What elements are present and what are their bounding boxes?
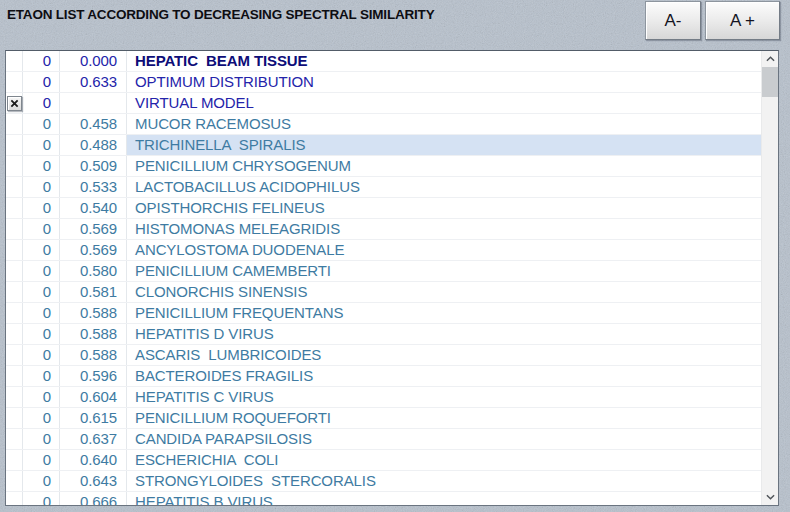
- list-row[interactable]: 0 0.615 PENICILLIUM ROQUEFORTI: [6, 408, 761, 429]
- row-name: PENICILLIUM CAMEMBERTI: [127, 261, 761, 281]
- row-name: CANDIDA PARAPSILOSIS: [127, 429, 761, 449]
- row-similarity-value: 0.488: [60, 135, 127, 155]
- row-name: CLONORCHIS SINENSIS: [127, 282, 761, 302]
- row-name: ASCARIS LUMBRICOIDES: [127, 345, 761, 365]
- font-increase-button[interactable]: A +: [705, 1, 780, 40]
- row-count: 0: [23, 93, 60, 113]
- list-row[interactable]: 0 0.509 PENICILLIUM CHRYSOGENUM: [6, 156, 761, 177]
- row-name: OPISTHORCHIS FELINEUS: [127, 198, 761, 218]
- row-name: MUCOR RACEMOSUS: [127, 114, 761, 134]
- row-similarity-value: 0.643: [60, 471, 127, 491]
- row-name: HEPATITIS C VIRUS: [127, 387, 761, 407]
- font-decrease-button[interactable]: A-: [645, 1, 701, 40]
- row-similarity-value: 0.509: [60, 156, 127, 176]
- row-check-cell: [6, 240, 23, 260]
- row-count: 0: [23, 51, 60, 71]
- row-check-cell: [6, 303, 23, 323]
- list-row[interactable]: 0 0.588 ASCARIS LUMBRICOIDES: [6, 345, 761, 366]
- list-row[interactable]: 0 0.596 BACTEROIDES FRAGILIS: [6, 366, 761, 387]
- row-count: 0: [23, 345, 60, 365]
- row-name: OPTIMUM DISTRIBUTION: [127, 72, 761, 92]
- row-check-cell: [6, 492, 23, 505]
- list-row[interactable]: 0 0.488 TRICHINELLA SPIRALIS: [6, 135, 761, 156]
- row-similarity-value: 0.640: [60, 450, 127, 470]
- row-name: LACTOBACILLUS ACIDOPHILUS: [127, 177, 761, 197]
- list-row[interactable]: 0 0.640 ESCHERICHIA COLI: [6, 450, 761, 471]
- list-row[interactable]: 0 0.458 MUCOR RACEMOSUS: [6, 114, 761, 135]
- row-count: 0: [23, 429, 60, 449]
- scrollbar-thumb[interactable]: [762, 67, 778, 97]
- row-similarity-value: 0.588: [60, 345, 127, 365]
- list-row[interactable]: 0 0.569 ANCYLOSTOMA DUODENALE: [6, 240, 761, 261]
- row-check-cell: [6, 366, 23, 386]
- row-count: 0: [23, 219, 60, 239]
- list-row[interactable]: 0 VIRTUAL MODEL: [6, 93, 761, 114]
- row-count: 0: [23, 240, 60, 260]
- row-name: BACTEROIDES FRAGILIS: [127, 366, 761, 386]
- etaon-list: 0 0.000 HEPATIC BEAM TISSUE 0 0.633 OPTI…: [5, 50, 779, 506]
- list-row[interactable]: 0 0.666 HEPATITIS B VIRUS: [6, 492, 761, 505]
- row-name: TRICHINELLA SPIRALIS: [127, 135, 761, 155]
- row-count: 0: [23, 72, 60, 92]
- row-name: VIRTUAL MODEL: [127, 93, 761, 113]
- row-check-cell: [6, 324, 23, 344]
- row-count: 0: [23, 114, 60, 134]
- list-row[interactable]: 0 0.581 CLONORCHIS SINENSIS: [6, 282, 761, 303]
- list-row[interactable]: 0 0.580 PENICILLIUM CAMEMBERTI: [6, 261, 761, 282]
- chevron-down-icon: [766, 494, 775, 500]
- list-row[interactable]: 0 0.633 OPTIMUM DISTRIBUTION: [6, 72, 761, 93]
- row-similarity-value: 0.588: [60, 324, 127, 344]
- row-count: 0: [23, 492, 60, 505]
- titlebar: ETAON LIST ACCORDING TO DECREASING SPECT…: [0, 0, 790, 50]
- row-name: ANCYLOSTOMA DUODENALE: [127, 240, 761, 260]
- list-row[interactable]: 0 0.604 HEPATITIS C VIRUS: [6, 387, 761, 408]
- app-window: { "header": { "title": "ETAON LIST ACCOR…: [0, 0, 790, 512]
- row-check-cell: [6, 114, 23, 134]
- row-name: PENICILLIUM ROQUEFORTI: [127, 408, 761, 428]
- scroll-down-button[interactable]: [762, 489, 778, 505]
- row-similarity-value: 0.580: [60, 261, 127, 281]
- scroll-up-button[interactable]: [762, 51, 778, 67]
- row-similarity-value: 0.540: [60, 198, 127, 218]
- row-check-cell: [6, 408, 23, 428]
- row-similarity-value: 0.569: [60, 219, 127, 239]
- list-row[interactable]: 0 0.533 LACTOBACILLUS ACIDOPHILUS: [6, 177, 761, 198]
- row-check-cell: [6, 450, 23, 470]
- list-row[interactable]: 0 0.569 HISTOMONAS MELEAGRIDIS: [6, 219, 761, 240]
- row-check-cell: [6, 261, 23, 281]
- row-check-cell: [6, 282, 23, 302]
- list-row[interactable]: 0 0.588 PENICILLIUM FREQUENTANS: [6, 303, 761, 324]
- list-rows: 0 0.000 HEPATIC BEAM TISSUE 0 0.633 OPTI…: [6, 51, 761, 505]
- row-name: HEPATITIS D VIRUS: [127, 324, 761, 344]
- list-row[interactable]: 0 0.588 HEPATITIS D VIRUS: [6, 324, 761, 345]
- list-row[interactable]: 0 0.637 CANDIDA PARAPSILOSIS: [6, 429, 761, 450]
- row-checkbox[interactable]: [7, 96, 22, 111]
- row-similarity-value: 0.637: [60, 429, 127, 449]
- row-similarity-value: 0.000: [60, 51, 127, 71]
- list-row[interactable]: 0 0.000 HEPATIC BEAM TISSUE: [6, 51, 761, 72]
- row-check-cell: [6, 93, 23, 113]
- row-similarity-value: 0.458: [60, 114, 127, 134]
- row-count: 0: [23, 261, 60, 281]
- row-check-cell: [6, 198, 23, 218]
- row-check-cell: [6, 345, 23, 365]
- list-row[interactable]: 0 0.643 STRONGYLOIDES STERCORALIS: [6, 471, 761, 492]
- row-count: 0: [23, 156, 60, 176]
- vertical-scrollbar[interactable]: [761, 51, 778, 505]
- row-count: 0: [23, 324, 60, 344]
- row-name: HEPATITIS B VIRUS: [127, 492, 761, 505]
- row-count: 0: [23, 450, 60, 470]
- row-similarity-value: 0.633: [60, 72, 127, 92]
- chevron-up-icon: [766, 56, 775, 62]
- row-similarity-value: 0.588: [60, 303, 127, 323]
- row-name: HEPATIC BEAM TISSUE: [127, 51, 761, 71]
- page-title: ETAON LIST ACCORDING TO DECREASING SPECT…: [7, 7, 434, 22]
- row-check-cell: [6, 471, 23, 491]
- row-check-cell: [6, 387, 23, 407]
- row-count: 0: [23, 408, 60, 428]
- row-name: ESCHERICHIA COLI: [127, 450, 761, 470]
- list-row[interactable]: 0 0.540 OPISTHORCHIS FELINEUS: [6, 198, 761, 219]
- row-similarity-value: 0.569: [60, 240, 127, 260]
- row-similarity-value: 0.604: [60, 387, 127, 407]
- row-name: PENICILLIUM FREQUENTANS: [127, 303, 761, 323]
